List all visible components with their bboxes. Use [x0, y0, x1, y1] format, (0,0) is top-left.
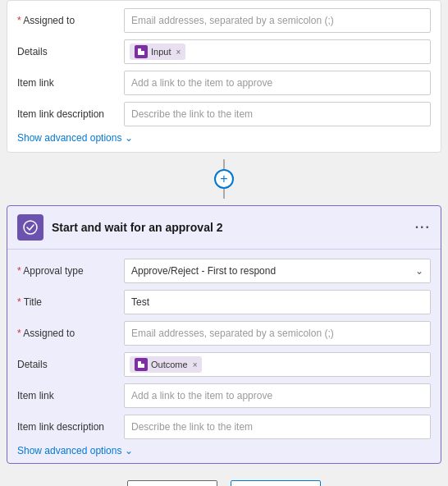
svg-rect-3	[138, 361, 141, 368]
main-tag-close-button[interactable]: ×	[193, 360, 198, 369]
main-item-link-desc-row: Item link description Describe the link …	[17, 414, 431, 440]
bottom-toolbar: + New step Save	[0, 464, 448, 486]
chevron-down-main-icon: ⌄	[125, 445, 133, 456]
tag-close-button[interactable]: ×	[176, 48, 181, 57]
item-link-desc-input[interactable]: Describe the link to the item	[124, 102, 431, 126]
main-tag-icon	[135, 358, 148, 371]
plus-icon: +	[220, 172, 227, 186]
approval-type-value: Approve/Reject - First to respond	[131, 265, 276, 277]
show-advanced-top[interactable]: Show advanced options ⌄	[17, 132, 431, 144]
save-button[interactable]: Save	[231, 480, 321, 486]
add-step-button[interactable]: +	[214, 169, 234, 189]
item-link-desc-placeholder: Describe the link to the item	[131, 108, 253, 120]
connector-line-top	[223, 159, 225, 169]
item-link-placeholder: Add a link to the item to approve	[131, 77, 272, 89]
main-tag-text: Outcome	[151, 360, 188, 369]
top-card: Assigned to Email addresses, separated b…	[7, 0, 441, 153]
assigned-to-input[interactable]: Email addresses, separated by a semicolo…	[124, 8, 431, 33]
new-step-button[interactable]: + New step	[127, 480, 217, 486]
main-details-row: Details Outcome ×	[17, 351, 431, 378]
card-menu-button[interactable]: ···	[415, 220, 431, 235]
main-item-link-placeholder: Add a link to the item to approve	[131, 390, 272, 401]
title-row: Title Test	[17, 289, 431, 315]
main-assigned-to-row: Assigned to Email addresses, separated b…	[17, 320, 431, 346]
connector: +	[0, 153, 448, 205]
title-value: Test	[131, 296, 149, 308]
connector-line-bottom	[223, 189, 225, 199]
svg-rect-0	[138, 48, 141, 55]
page-wrapper: Assigned to Email addresses, separated b…	[0, 0, 448, 486]
svg-rect-1	[141, 51, 144, 55]
main-details-label: Details	[17, 359, 124, 370]
assigned-to-label: Assigned to	[17, 15, 124, 26]
dropdown-arrow-icon: ⌄	[415, 265, 423, 277]
show-advanced-top-label: Show advanced options	[17, 132, 121, 144]
main-details-tag: Outcome ×	[130, 356, 202, 373]
assigned-to-placeholder: Email addresses, separated by a semicolo…	[131, 15, 334, 26]
main-card: Start and wait for an approval 2 ··· App…	[7, 205, 441, 464]
item-link-input[interactable]: Add a link to the item to approve	[124, 71, 431, 95]
svg-rect-4	[141, 364, 144, 368]
assigned-to-row: Assigned to Email addresses, separated b…	[17, 7, 431, 34]
item-link-desc-row: Item link description Describe the link …	[17, 101, 431, 127]
show-advanced-main[interactable]: Show advanced options ⌄	[17, 445, 431, 456]
item-link-desc-label: Item link description	[17, 108, 124, 120]
main-assigned-to-label: Assigned to	[17, 328, 124, 339]
details-tag-input[interactable]: Input ×	[124, 39, 431, 64]
card-title: Start and wait for an approval 2	[52, 221, 407, 234]
main-details-tag-input[interactable]: Outcome ×	[124, 352, 431, 377]
card-body: Approval type Approve/Reject - First to …	[7, 250, 441, 463]
main-item-link-desc-input[interactable]: Describe the link to the item	[124, 415, 431, 439]
approval-icon	[17, 214, 43, 241]
main-assigned-to-input[interactable]: Email addresses, separated by a semicolo…	[124, 321, 431, 346]
item-link-row: Item link Add a link to the item to appr…	[17, 70, 431, 96]
chevron-down-icon: ⌄	[125, 132, 133, 144]
tag-icon	[135, 45, 148, 58]
details-row: Details Input ×	[17, 39, 431, 65]
main-item-link-label: Item link	[17, 390, 124, 401]
main-item-link-desc-placeholder: Describe the link to the item	[131, 421, 253, 433]
title-input[interactable]: Test	[124, 290, 431, 314]
approval-type-label: Approval type	[17, 265, 124, 277]
card-header: Start and wait for an approval 2 ···	[7, 206, 441, 250]
title-label: Title	[17, 296, 124, 308]
approval-type-row: Approval type Approve/Reject - First to …	[17, 258, 431, 284]
approval-type-select[interactable]: Approve/Reject - First to respond ⌄	[124, 259, 431, 283]
main-item-link-row: Item link Add a link to the item to appr…	[17, 383, 431, 409]
main-assigned-to-placeholder: Email addresses, separated by a semicolo…	[131, 328, 334, 339]
svg-point-2	[24, 221, 37, 234]
details-tag: Input ×	[130, 44, 185, 60]
main-item-link-input[interactable]: Add a link to the item to approve	[124, 383, 431, 408]
main-item-link-desc-label: Item link description	[17, 421, 124, 433]
tag-text: Input	[151, 47, 171, 57]
item-link-label: Item link	[17, 77, 124, 89]
show-advanced-main-label: Show advanced options	[17, 445, 121, 456]
details-label: Details	[17, 46, 124, 57]
